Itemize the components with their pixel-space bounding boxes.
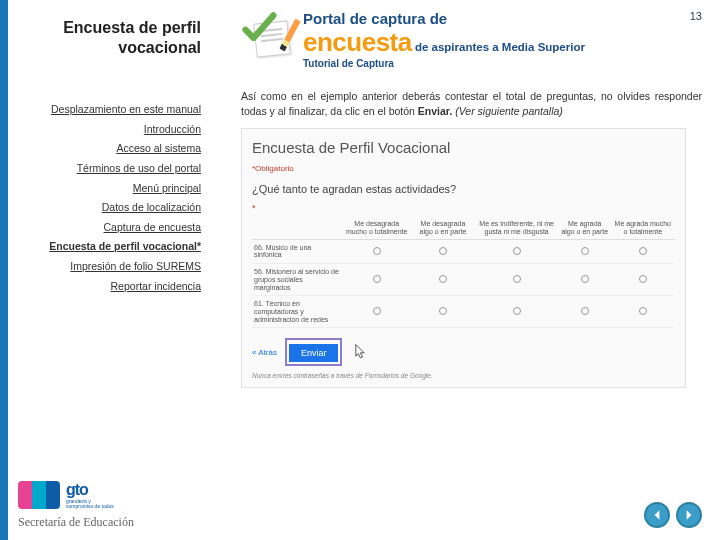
- matrix-col-header: Me desagrada mucho o totalmente: [342, 217, 411, 239]
- header-line2-rest: de aspirantes a Media Superior: [412, 41, 585, 53]
- sidebar-item[interactable]: Términos de uso del portal: [18, 162, 201, 176]
- header: Portal de captura de encuesta de aspiran…: [241, 10, 702, 69]
- header-big-word: encuesta: [303, 27, 412, 57]
- radio-option[interactable]: [639, 275, 647, 283]
- header-subtitle: Tutorial de Captura: [303, 58, 702, 69]
- cursor-icon: [350, 342, 370, 362]
- gto-text: gto: [66, 481, 114, 499]
- sidebar-item[interactable]: Impresión de folio SUREMS: [18, 260, 201, 274]
- form-screenshot: Encuesta de Perfil Vocacional *Obligator…: [241, 128, 686, 388]
- matrix-row-label: 61. Técnico en computadoras y administra…: [252, 296, 342, 328]
- radio-option[interactable]: [513, 307, 521, 315]
- question-text: ¿Qué tanto te agradan estas actividades?: [252, 183, 675, 195]
- sidebar-item[interactable]: Acceso al sistema: [18, 142, 201, 156]
- sidebar: Encuesta de perfil vocacional Desplazami…: [8, 0, 213, 540]
- sidebar-item[interactable]: Encuesta de perfil vocacional*: [18, 240, 201, 254]
- matrix-row-label: 56. Misionero al servicio de grupos soci…: [252, 264, 342, 296]
- next-page-button[interactable]: [676, 502, 702, 528]
- survey-check-icon: [241, 10, 293, 58]
- radio-option[interactable]: [639, 247, 647, 255]
- matrix-col-header: Me agrada algo o en parte: [559, 217, 611, 239]
- radio-option[interactable]: [439, 247, 447, 255]
- instruction-text: Así como en el ejemplo anterior deberás …: [241, 89, 702, 118]
- prev-page-button[interactable]: [644, 502, 670, 528]
- required-asterisk: *: [252, 203, 675, 213]
- sidebar-item[interactable]: Introducción: [18, 123, 201, 137]
- sidebar-title: Encuesta de perfil vocacional: [18, 18, 201, 58]
- secretaria-label: Secretaría de Educación: [18, 515, 134, 530]
- matrix-col-header: Me desagrada algo o en parte: [411, 217, 474, 239]
- sidebar-title-line2: vocacional: [18, 38, 201, 58]
- form-disclaimer: Nunca envíes contraseñas a través de For…: [252, 372, 675, 379]
- radio-option[interactable]: [513, 275, 521, 283]
- matrix-col-header: Me agrada mucho o totalmente: [611, 217, 675, 239]
- gto-sub2: compromiso de todos: [66, 504, 114, 509]
- footer-logos: gto grandeza y compromiso de todos Secre…: [18, 481, 134, 530]
- radio-option[interactable]: [439, 307, 447, 315]
- likert-matrix: Me desagrada mucho o totalmenteMe desagr…: [252, 217, 675, 328]
- submit-button[interactable]: Enviar: [289, 344, 339, 362]
- sidebar-item[interactable]: Captura de encuesta: [18, 221, 201, 235]
- sidebar-item[interactable]: Reportar incidencia: [18, 280, 201, 294]
- required-label: *Obligatorio: [252, 164, 675, 173]
- radio-option[interactable]: [373, 247, 381, 255]
- page-nav-arrows: [644, 502, 702, 528]
- matrix-row-label: 66. Músico de una sinfónica: [252, 239, 342, 263]
- page-number: 13: [690, 10, 702, 22]
- instruction-italic: (Ver siguiente pantalla): [452, 105, 563, 117]
- accent-bar: [0, 0, 8, 540]
- back-link[interactable]: « Atrás: [252, 348, 277, 357]
- submit-highlight: Enviar: [285, 338, 343, 366]
- gto-logo-block: gto grandeza y compromiso de todos: [18, 481, 134, 509]
- sidebar-item[interactable]: Datos de localización: [18, 201, 201, 215]
- sidebar-title-line1: Encuesta de perfil: [18, 18, 201, 38]
- radio-option[interactable]: [513, 247, 521, 255]
- sidebar-item[interactable]: Menú principal: [18, 182, 201, 196]
- sidebar-item[interactable]: Desplazamiento en este manual: [18, 103, 201, 117]
- radio-option[interactable]: [373, 275, 381, 283]
- header-line2: encuesta de aspirantes a Media Superior: [303, 27, 702, 58]
- radio-option[interactable]: [439, 275, 447, 283]
- form-title: Encuesta de Perfil Vocacional: [252, 139, 675, 156]
- sidebar-nav: Desplazamiento en este manualIntroducció…: [18, 103, 201, 293]
- radio-option[interactable]: [581, 275, 589, 283]
- radio-option[interactable]: [581, 307, 589, 315]
- matrix-col-header: Me es indiferente, ni me gusta ni me dis…: [474, 217, 558, 239]
- gto-logo-icon: [18, 481, 60, 509]
- radio-option[interactable]: [639, 307, 647, 315]
- header-line1: Portal de captura de: [303, 10, 702, 27]
- radio-option[interactable]: [581, 247, 589, 255]
- main: 13 Portal de captura de encuesta de aspi…: [213, 0, 720, 540]
- instruction-bold: Enviar.: [418, 105, 452, 117]
- radio-option[interactable]: [373, 307, 381, 315]
